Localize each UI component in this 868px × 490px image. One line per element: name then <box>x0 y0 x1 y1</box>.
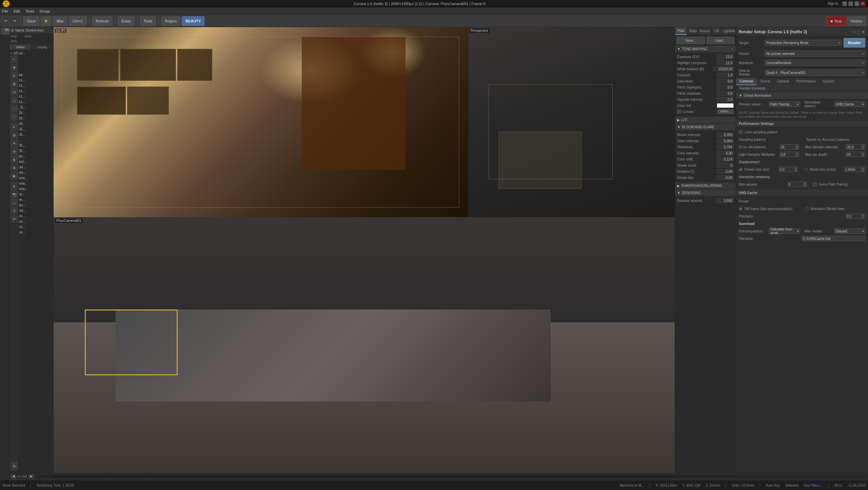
highlight-input[interactable] <box>717 60 734 65</box>
lock-sampling-checkbox[interactable]: ✓ <box>739 130 743 134</box>
animation-radio[interactable] <box>805 207 809 210</box>
stop-button[interactable]: ■ Stop <box>827 16 845 26</box>
rs-close-btn[interactable]: ✕ <box>861 29 865 35</box>
max-passes-spinbox[interactable]: ▲ ▼ <box>787 182 807 187</box>
target-dropdown[interactable]: Production Rendering Mode ▾ <box>765 40 842 46</box>
filmic-sh-input[interactable] <box>717 91 734 96</box>
max-ray-up[interactable]: ▲ <box>861 152 865 154</box>
max-ray-input[interactable] <box>846 152 861 157</box>
filename-input[interactable]: C:\UHDCache.hdc <box>802 236 866 241</box>
tools-button[interactable]: Tools <box>140 16 156 26</box>
menu-tools[interactable]: Tools <box>25 9 34 13</box>
save-button[interactable]: Save <box>23 16 39 26</box>
screen-size-radio[interactable] <box>739 168 742 171</box>
render-viewport[interactable]: [1] [P] <box>54 27 468 217</box>
curves-editor-btn[interactable]: Editor... <box>717 109 734 114</box>
secondary-solver-dropdown[interactable]: UHD Cache ▾ <box>834 101 865 107</box>
world-up[interactable]: ▲ <box>861 167 865 169</box>
tool13-icon[interactable]: ◈ <box>11 156 18 163</box>
max-sample-up[interactable]: ▲ <box>861 145 865 147</box>
bottom-viewport[interactable]: PhysCamera001 X Y <box>54 217 675 480</box>
tool5-icon[interactable]: ⊡ <box>11 88 18 96</box>
world-size-radio[interactable] <box>804 168 808 171</box>
primary-solver-dropdown[interactable]: Path Tracing ▾ <box>769 101 800 107</box>
tool8-icon[interactable]: □ <box>11 113 18 120</box>
move-tool-icon[interactable]: ✥ <box>11 64 18 71</box>
glare-intensity-input[interactable] <box>717 138 734 143</box>
redo-btn[interactable]: ↪ <box>11 16 18 26</box>
tool12-icon[interactable]: ⊛ <box>11 148 18 155</box>
minimize-btn[interactable]: ─ <box>848 1 853 6</box>
screen-down[interactable]: ▼ <box>794 169 798 172</box>
maximize-btn[interactable]: □ <box>854 1 859 6</box>
render-elements-tab[interactable]: Render Elements <box>736 85 769 92</box>
tool15-icon[interactable]: ◉ <box>11 172 18 180</box>
spacewarp-icon[interactable]: ⟳ <box>11 215 18 223</box>
light-mult-spinbox[interactable]: ▲ ▼ <box>780 152 799 157</box>
menu-file[interactable]: File <box>2 9 8 13</box>
timeline-bar[interactable] <box>37 475 865 478</box>
force-path-checkbox[interactable] <box>813 183 817 186</box>
max-passes-input[interactable] <box>788 182 803 187</box>
select-tab[interactable]: Select <box>9 44 32 50</box>
denoise-amount-input[interactable] <box>717 198 734 203</box>
streak-blur-input[interactable] <box>717 175 734 180</box>
gi-aa-spinbox[interactable]: ▲ ▼ <box>780 144 799 150</box>
common-tab[interactable]: Common <box>736 78 757 85</box>
tool9-icon[interactable]: ≡ <box>11 123 18 131</box>
precision-down[interactable]: ▼ <box>861 216 865 219</box>
light-mult-up[interactable]: ▲ <box>795 152 799 154</box>
max-ray-spinbox[interactable]: ▲ ▼ <box>846 152 865 157</box>
display-tab[interactable]: Display <box>32 44 54 50</box>
filmic-hi-input[interactable] <box>717 85 734 90</box>
render-button[interactable]: Render <box>844 38 865 48</box>
max-ray-down[interactable]: ▼ <box>861 154 865 157</box>
threshold-input[interactable] <box>717 145 734 149</box>
geometry-icon[interactable]: △ <box>11 199 18 206</box>
light-mult-down[interactable]: ▼ <box>795 154 799 157</box>
denoising-header[interactable]: ▼ DENOISING <box>675 189 736 196</box>
undo-btn[interactable]: ↩ <box>2 16 10 26</box>
preset-dropdown[interactable]: No preset selected ▾ <box>765 51 865 57</box>
screen-up[interactable]: ▲ <box>794 167 798 169</box>
bloom-intensity-input[interactable] <box>717 132 734 137</box>
ctrlc-button[interactable]: Ctrl+C <box>69 16 87 26</box>
bloom-glare-header[interactable]: ▼ BLOOM AND GLARE <box>675 124 736 130</box>
history-button[interactable]: History <box>847 16 866 26</box>
camera-tab[interactable]: Camera <box>774 78 793 85</box>
rs-maximize-btn[interactable]: □ <box>857 29 860 35</box>
world-size-spinbox[interactable]: ▲ ▼ <box>844 167 865 172</box>
rotation-input[interactable] <box>717 169 734 174</box>
lut-header[interactable]: ▶ LUT <box>675 116 736 123</box>
view-render-dropdown[interactable]: Quad 4 - PhysCamera001 ▾ <box>765 70 865 76</box>
lightmix-tab[interactable]: LightMix <box>723 27 736 35</box>
camera-icon[interactable]: 📷 <box>11 191 18 198</box>
key-filters-btn[interactable]: Key Filters... <box>804 484 823 487</box>
exposure-input[interactable] <box>717 54 734 59</box>
saturation-input[interactable] <box>717 79 734 83</box>
refresh-button[interactable]: Refresh <box>92 16 113 26</box>
max-sample-input[interactable] <box>846 145 861 149</box>
max-sample-down[interactable]: ▼ <box>861 147 865 149</box>
screen-size-input[interactable] <box>779 167 794 172</box>
performance-tab[interactable]: Performance <box>793 78 820 85</box>
gi-aa-up[interactable]: ▲ <box>795 145 799 147</box>
light-mult-input[interactable] <box>780 152 795 157</box>
dr-tab[interactable]: DR <box>711 27 723 35</box>
scene-tab[interactable]: Scene <box>757 78 774 85</box>
help-btn[interactable]: ? <box>842 1 847 6</box>
vignette-input[interactable] <box>717 97 734 102</box>
tool7-icon[interactable]: ○ <box>11 105 18 112</box>
gi-section-header[interactable]: ▼ Global Illumination <box>736 92 868 99</box>
curves-checkbox[interactable] <box>677 110 681 114</box>
precision-up[interactable]: ▲ <box>861 214 865 216</box>
rs-minimize-btn[interactable]: ─ <box>852 29 856 35</box>
precomputation-dropdown[interactable]: Calculate from scrat... ▾ <box>769 228 800 234</box>
close-btn[interactable]: ✕ <box>861 1 865 6</box>
system-tab[interactable]: System <box>820 78 838 85</box>
load-render-btn[interactable]: Load... <box>706 37 735 44</box>
scale-tool-icon[interactable]: ⊞ <box>11 80 18 88</box>
max-passes-down[interactable]: ▼ <box>803 184 807 187</box>
color-shift-input[interactable] <box>717 157 734 162</box>
white-balance-input[interactable] <box>713 67 734 71</box>
